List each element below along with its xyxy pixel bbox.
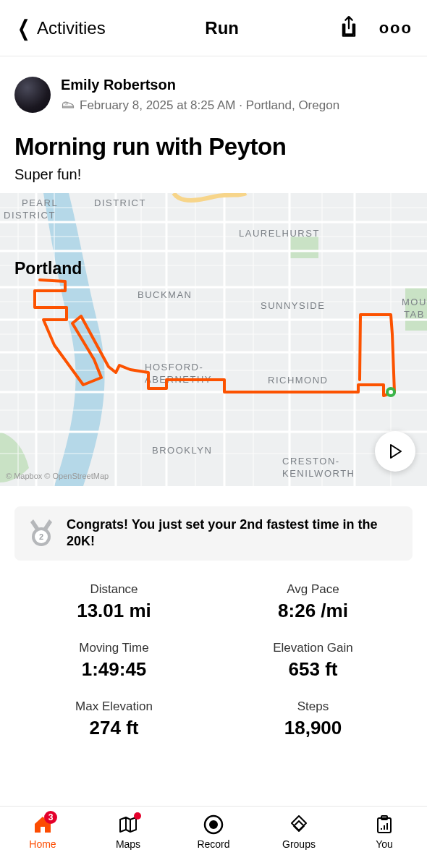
svg-text:KENILWORTH: KENILWORTH	[282, 468, 355, 479]
map-attribution: © Mapbox © OpenStreetMap	[6, 472, 109, 480]
svg-point-45	[387, 388, 394, 396]
svg-text:BROOKLYN: BROOKLYN	[152, 445, 212, 456]
more-button[interactable]: ooo	[379, 19, 413, 38]
map-city-label: Portland	[14, 259, 82, 278]
map-canvas: PEARL DISTRICT DISTRICT LAURELHURST BUCK…	[0, 193, 427, 486]
svg-text:SUNNYSIDE: SUNNYSIDE	[261, 300, 325, 311]
back-label: Activities	[37, 18, 106, 38]
svg-text:RICHMOND: RICHMOND	[268, 375, 329, 386]
svg-text:LAURELHURST: LAURELHURST	[239, 228, 320, 239]
achievement-banner[interactable]: 2 Congrats! You just set your 2nd fastes…	[14, 506, 413, 561]
tab-home[interactable]: 3 Home	[14, 814, 72, 850]
svg-text:BUCKMAN: BUCKMAN	[138, 289, 193, 300]
avatar[interactable]	[14, 77, 51, 113]
share-button[interactable]	[339, 16, 359, 41]
tab-record[interactable]: Record	[185, 814, 242, 850]
shoe-icon	[61, 96, 75, 114]
page-title: Run	[205, 18, 239, 38]
svg-text:CRESTON-: CRESTON-	[282, 456, 340, 467]
record-icon	[203, 814, 224, 835]
tab-bar: 3 Home Maps Record Groups You	[0, 806, 427, 868]
back-button[interactable]: ❮ Activities	[14, 15, 106, 41]
tab-you[interactable]: You	[355, 814, 413, 850]
svg-text:2: 2	[39, 532, 43, 541]
svg-text:TAB: TAB	[404, 309, 425, 320]
more-icon: ooo	[379, 19, 413, 37]
stat-steps: Steps 18,900	[214, 699, 413, 739]
svg-text:HOSFORD-: HOSFORD-	[145, 362, 203, 373]
svg-text:PEARL: PEARL	[22, 197, 58, 208]
achievement-text: Congrats! You just set your 2nd fastest …	[67, 516, 401, 550]
activity-title: Morning run with Peyton	[0, 120, 427, 166]
medal-icon: 2	[26, 516, 56, 550]
svg-rect-1	[289, 237, 318, 258]
stat-avg-pace: Avg Pace 8:26 /mi	[214, 582, 413, 622]
stat-moving-time: Moving Time 1:49:45	[14, 641, 214, 681]
stat-elevation-gain: Elevation Gain 653 ft	[214, 641, 413, 681]
svg-point-50	[209, 820, 218, 829]
share-icon	[339, 16, 359, 38]
stats-grid: Distance 13.01 mi Avg Pace 8:26 /mi Movi…	[0, 561, 427, 739]
play-button[interactable]	[375, 431, 415, 472]
tab-maps[interactable]: Maps	[99, 814, 157, 850]
you-icon	[373, 814, 395, 835]
home-badge: 3	[44, 811, 57, 824]
stat-distance: Distance 13.01 mi	[14, 582, 214, 622]
play-icon	[387, 443, 403, 459]
stat-max-elevation: Max Elevation 274 ft	[14, 699, 214, 739]
svg-text:DISTRICT: DISTRICT	[4, 210, 56, 221]
chevron-left-icon: ❮	[17, 15, 30, 41]
activity-meta: February 8, 2025 at 8:25 AM · Portland, …	[80, 98, 339, 113]
svg-text:MOU: MOU	[402, 297, 427, 307]
activity-description: Super fun!	[0, 166, 427, 193]
user-name: Emily Robertson	[61, 77, 339, 93]
svg-text:DISTRICT: DISTRICT	[94, 197, 146, 208]
groups-icon	[288, 814, 310, 835]
user-row: Emily Robertson February 8, 2025 at 8:25…	[0, 56, 427, 120]
maps-badge-dot	[134, 812, 141, 820]
map[interactable]: PEARL DISTRICT DISTRICT LAURELHURST BUCK…	[0, 193, 427, 486]
tab-groups[interactable]: Groups	[270, 814, 328, 850]
top-bar: ❮ Activities Run ooo	[0, 0, 427, 56]
